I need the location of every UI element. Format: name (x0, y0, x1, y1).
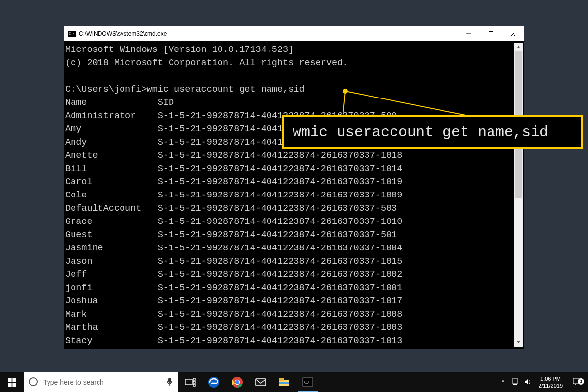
vertical-scrollbar[interactable]: ▲ ▼ (514, 43, 523, 347)
command-prompt-taskbar-button[interactable]: C:\_ (296, 372, 319, 392)
svg-point-17 (235, 380, 239, 384)
clock-date: 2/11/2019 (539, 382, 563, 389)
start-button[interactable] (0, 372, 24, 392)
svg-rect-13 (193, 384, 195, 386)
file-explorer-button[interactable] (272, 372, 296, 392)
annotation-callout: wmic useraccount get name,sid (282, 115, 583, 149)
svg-rect-25 (513, 384, 517, 385)
minimize-button[interactable] (458, 26, 480, 41)
command-prompt-window: C:\WINDOWS\system32\cmd.exe Microsoft Wi… (64, 26, 524, 349)
svg-rect-10 (185, 379, 192, 385)
tray-chevron-up-icon[interactable]: ＾ (496, 378, 509, 387)
window-title: C:\WINDOWS\system32\cmd.exe (79, 30, 167, 37)
cortana-icon (24, 377, 43, 388)
chrome-browser-button[interactable] (225, 372, 249, 392)
taskbar-search[interactable]: Type here to search (24, 372, 178, 392)
notification-badge: 3 (578, 378, 584, 385)
svg-rect-20 (279, 378, 284, 381)
svg-rect-18 (256, 379, 266, 386)
annotation-text: wmic useraccount get name,sid (293, 124, 548, 141)
svg-rect-6 (8, 383, 12, 387)
cmd-icon (68, 31, 76, 37)
close-button[interactable] (502, 26, 524, 41)
svg-text:C:\_: C:\_ (304, 380, 312, 385)
scroll-down-arrow-icon[interactable]: ▼ (514, 339, 523, 347)
scroll-up-arrow-icon[interactable]: ▲ (514, 43, 523, 51)
search-placeholder: Type here to search (43, 378, 161, 386)
svg-rect-12 (193, 381, 195, 383)
svg-rect-24 (512, 379, 518, 383)
system-tray: ＾ 1:06 PM 2/11/2019 3 (496, 372, 588, 392)
edge-browser-button[interactable] (202, 372, 225, 392)
svg-rect-11 (193, 378, 195, 380)
svg-rect-4 (8, 378, 12, 382)
taskbar: Type here to search C:\_ ＾ (0, 372, 588, 392)
svg-rect-1 (489, 31, 493, 36)
task-view-button[interactable] (178, 372, 202, 392)
svg-rect-8 (168, 378, 171, 383)
action-center-button[interactable]: 3 (566, 378, 588, 387)
tray-network-icon[interactable] (509, 378, 522, 387)
svg-marker-26 (525, 379, 528, 385)
maximize-button[interactable] (480, 26, 502, 41)
tray-volume-icon[interactable] (522, 378, 535, 387)
taskbar-clock[interactable]: 1:06 PM 2/11/2019 (535, 375, 566, 389)
clock-time: 1:06 PM (539, 375, 563, 382)
mail-button[interactable] (249, 372, 272, 392)
svg-rect-21 (279, 382, 289, 384)
svg-rect-7 (12, 383, 16, 387)
microphone-icon[interactable] (161, 377, 178, 388)
svg-rect-5 (12, 378, 16, 382)
titlebar[interactable]: C:\WINDOWS\system32\cmd.exe (64, 26, 524, 41)
console-output[interactable]: Microsoft Windows [Version 10.0.17134.52… (64, 41, 524, 349)
